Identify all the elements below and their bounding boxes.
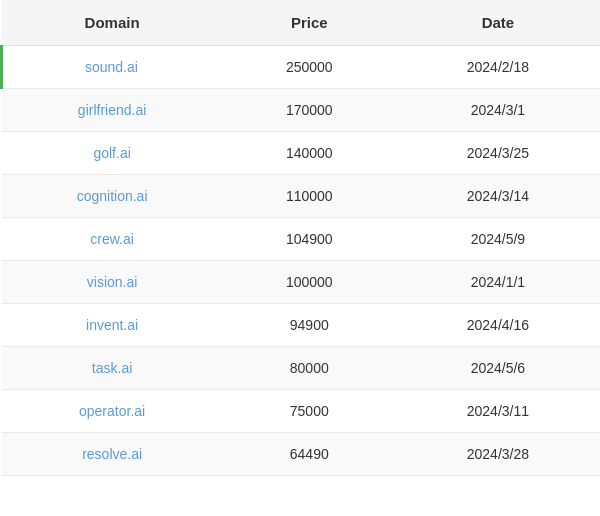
- table-row: vision.ai1000002024/1/1: [2, 261, 601, 304]
- table-container: Domain Price Date sound.ai2500002024/2/1…: [0, 0, 600, 476]
- domain-price-table: Domain Price Date sound.ai2500002024/2/1…: [0, 0, 600, 476]
- table-row: invent.ai949002024/4/16: [2, 304, 601, 347]
- domain-cell[interactable]: vision.ai: [2, 261, 223, 304]
- price-cell: 140000: [223, 132, 396, 175]
- price-cell: 250000: [223, 46, 396, 89]
- table-row: resolve.ai644902024/3/28: [2, 433, 601, 476]
- domain-cell[interactable]: resolve.ai: [2, 433, 223, 476]
- domain-cell[interactable]: girlfriend.ai: [2, 89, 223, 132]
- table-row: crew.ai1049002024/5/9: [2, 218, 601, 261]
- domain-cell[interactable]: cognition.ai: [2, 175, 223, 218]
- table-row: operator.ai750002024/3/11: [2, 390, 601, 433]
- domain-cell[interactable]: crew.ai: [2, 218, 223, 261]
- date-cell: 2024/5/9: [396, 218, 600, 261]
- date-cell: 2024/3/25: [396, 132, 600, 175]
- price-cell: 100000: [223, 261, 396, 304]
- table-row: sound.ai2500002024/2/18: [2, 46, 601, 89]
- date-cell: 2024/3/28: [396, 433, 600, 476]
- table-header-row: Domain Price Date: [2, 0, 601, 46]
- price-cell: 110000: [223, 175, 396, 218]
- date-cell: 2024/3/11: [396, 390, 600, 433]
- column-header-domain: Domain: [2, 0, 223, 46]
- domain-cell[interactable]: golf.ai: [2, 132, 223, 175]
- domain-cell[interactable]: sound.ai: [2, 46, 223, 89]
- domain-cell[interactable]: task.ai: [2, 347, 223, 390]
- date-cell: 2024/5/6: [396, 347, 600, 390]
- table-row: golf.ai1400002024/3/25: [2, 132, 601, 175]
- date-cell: 2024/2/18: [396, 46, 600, 89]
- price-cell: 75000: [223, 390, 396, 433]
- table-row: girlfriend.ai1700002024/3/1: [2, 89, 601, 132]
- column-header-date: Date: [396, 0, 600, 46]
- price-cell: 80000: [223, 347, 396, 390]
- column-header-price: Price: [223, 0, 396, 46]
- date-cell: 2024/1/1: [396, 261, 600, 304]
- price-cell: 170000: [223, 89, 396, 132]
- date-cell: 2024/3/14: [396, 175, 600, 218]
- table-row: cognition.ai1100002024/3/14: [2, 175, 601, 218]
- date-cell: 2024/3/1: [396, 89, 600, 132]
- price-cell: 94900: [223, 304, 396, 347]
- date-cell: 2024/4/16: [396, 304, 600, 347]
- table-row: task.ai800002024/5/6: [2, 347, 601, 390]
- price-cell: 64490: [223, 433, 396, 476]
- price-cell: 104900: [223, 218, 396, 261]
- domain-cell[interactable]: operator.ai: [2, 390, 223, 433]
- domain-cell[interactable]: invent.ai: [2, 304, 223, 347]
